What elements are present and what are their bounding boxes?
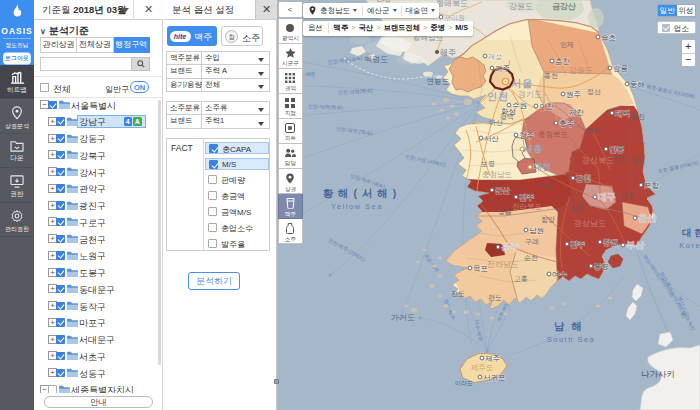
svg-text:제주: 제주	[485, 354, 500, 363]
svg-text:안동: 안동	[609, 145, 624, 154]
svg-text:아산: 아산	[489, 119, 503, 126]
svg-text:Yellow Sea: Yellow Sea	[331, 202, 383, 211]
svg-text:포항: 포항	[644, 181, 660, 190]
svg-text:강원도: 강원도	[509, 2, 533, 11]
svg-text:서산: 서산	[484, 134, 500, 143]
svg-text:고흥: 고흥	[514, 275, 528, 282]
svg-text:홍천: 홍천	[544, 72, 558, 79]
svg-text:황 해 ( 서 해 ): 황 해 ( 서 해 )	[323, 187, 398, 199]
svg-text:울산: 울산	[638, 213, 656, 223]
svg-text:충주: 충주	[559, 119, 574, 128]
svg-text:제주도: 제주도	[471, 363, 494, 372]
svg-text:인천-덕적(쾌속): 인천-덕적(쾌속)	[308, 103, 344, 110]
svg-text:보령: 보령	[481, 160, 495, 168]
svg-text:영주: 영주	[586, 127, 600, 135]
svg-text:청송: 청송	[613, 155, 627, 163]
svg-text:인천: 인천	[487, 91, 509, 102]
svg-text:창원: 창원	[603, 238, 618, 247]
svg-text:해주: 해주	[440, 48, 456, 57]
svg-text:나가사키: 나가사키	[641, 369, 675, 379]
svg-text:경기도: 경기도	[518, 90, 542, 99]
svg-text:제천: 제천	[569, 108, 584, 117]
svg-text:세종: 세종	[523, 144, 542, 154]
svg-text:태백: 태백	[615, 109, 630, 118]
svg-text:정읍: 정읍	[498, 208, 512, 216]
svg-text:정선: 정선	[587, 88, 601, 96]
svg-text:강릉: 강릉	[613, 64, 628, 73]
svg-text:사리원: 사리원	[444, 14, 465, 21]
svg-text:진도: 진도	[451, 290, 465, 297]
svg-text:금강산: 금강산	[552, 2, 576, 11]
svg-text:강원도: 강원도	[569, 66, 593, 75]
svg-text:경주: 경주	[620, 192, 634, 200]
svg-text:파주: 파주	[495, 64, 510, 73]
svg-text:대전: 대전	[533, 162, 551, 172]
svg-text:전주: 전주	[519, 193, 534, 202]
svg-text:함양: 함양	[541, 216, 555, 223]
svg-text:목포: 목포	[473, 264, 488, 273]
svg-text:가거도: 가거도	[391, 313, 415, 322]
svg-text:동해: 동해	[630, 80, 645, 89]
svg-text:청주: 청주	[519, 131, 534, 140]
svg-text:충청남도: 충청남도	[482, 170, 512, 179]
svg-text:경상남도: 경상남도	[574, 219, 606, 228]
svg-text:충청북도: 충청북도	[538, 130, 568, 139]
svg-text:군산: 군산	[495, 186, 511, 195]
svg-text:백령도: 백령도	[364, 55, 388, 64]
svg-text:인제: 인제	[560, 41, 574, 48]
svg-text:남 해: 남 해	[554, 320, 584, 332]
svg-text:영덕: 영덕	[631, 157, 645, 165]
svg-text:밀양: 밀양	[570, 204, 584, 211]
svg-text:김천: 김천	[576, 174, 591, 183]
svg-text:전라북도: 전라북도	[512, 202, 542, 211]
svg-text:이천: 이천	[539, 102, 554, 111]
svg-text:대 한: 대 한	[682, 227, 700, 238]
svg-text:평택: 평택	[500, 113, 514, 121]
svg-text:전라남도: 전라남도	[487, 260, 519, 269]
svg-text:마라도: 마라도	[455, 380, 473, 386]
svg-text:무주: 무주	[538, 182, 552, 189]
svg-text:South Sea: South Sea	[547, 335, 596, 344]
svg-text:서울: 서울	[511, 78, 533, 89]
svg-text:속초: 속초	[601, 33, 616, 42]
svg-text:대구: 대구	[598, 192, 616, 202]
svg-text:경상북도: 경상북도	[582, 156, 614, 165]
svg-text:여수: 여수	[552, 270, 567, 279]
svg-text:진주: 진주	[570, 240, 585, 249]
svg-text:통영: 통영	[594, 262, 609, 271]
svg-text:순천: 순천	[524, 254, 538, 261]
svg-text:개성: 개성	[488, 53, 502, 61]
svg-text:황해북도: 황해북도	[436, 0, 468, 8]
svg-text:춘천: 춘천	[555, 57, 570, 66]
svg-text:부산: 부산	[626, 240, 644, 250]
svg-text:연평도: 연평도	[427, 77, 450, 86]
svg-text:광주: 광주	[501, 242, 519, 252]
svg-text:남원: 남원	[529, 226, 544, 235]
svg-text:원주: 원주	[566, 90, 581, 99]
svg-text:울진: 울진	[631, 113, 645, 120]
svg-text:완도: 완도	[488, 294, 502, 301]
svg-text:구례: 구례	[525, 238, 539, 245]
svg-text:Korea: Korea	[679, 241, 700, 250]
svg-text:서귀포: 서귀포	[483, 373, 506, 382]
